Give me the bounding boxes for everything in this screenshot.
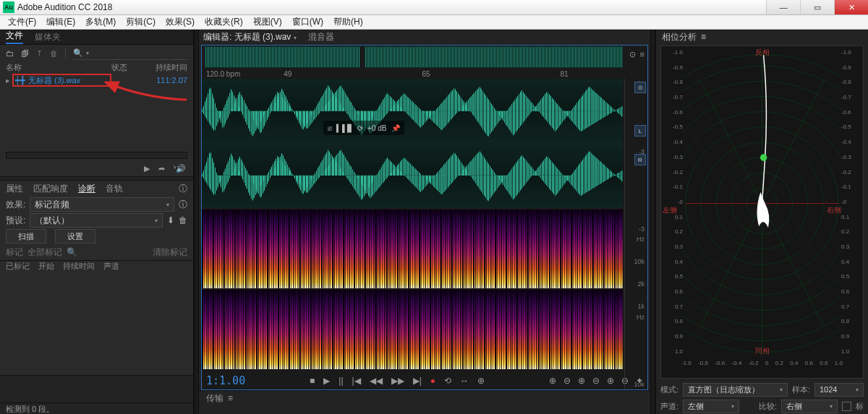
zoom-in-h-icon[interactable]: ⊕ xyxy=(549,376,556,386)
mixer-tab[interactable]: 混音器 xyxy=(308,31,334,43)
menu-multitrack[interactable]: 多轨(M) xyxy=(80,16,121,28)
save-preset-icon[interactable]: ⬇ xyxy=(167,215,174,225)
menu-favorites[interactable]: 收藏夹(R) xyxy=(200,16,248,28)
stop-button[interactable]: ■ xyxy=(310,376,315,386)
mark-button[interactable]: 标记 xyxy=(6,246,23,259)
files-scrollbar[interactable] xyxy=(6,152,187,159)
record-file-icon[interactable]: 🗐 xyxy=(21,49,29,58)
search-marks-icon[interactable]: 🔍 xyxy=(67,247,77,257)
waveform-area[interactable]: ⎚ ▍▌▊ ⟳ +0 dB 📌 xyxy=(202,79,623,372)
window-title: Adobe Audition CC 2018 xyxy=(17,2,112,12)
menu-help[interactable]: 帮助(H) xyxy=(328,16,368,28)
channel-select[interactable]: 左侧▾ xyxy=(683,400,739,413)
volume-hud[interactable]: ⎚ ▍▌▊ ⟳ +0 dB 📌 xyxy=(323,121,404,135)
close-button[interactable]: ✕ xyxy=(834,0,868,14)
col-channel[interactable]: 声道 xyxy=(103,261,119,274)
menu-view[interactable]: 视图(V) xyxy=(248,16,287,28)
col-start[interactable]: 开始 xyxy=(38,261,54,274)
left-channel-button[interactable]: L xyxy=(634,125,646,137)
tab-files[interactable]: 文件 xyxy=(6,30,23,44)
open-file-icon[interactable]: 🗀 xyxy=(6,49,14,58)
right-channel-button[interactable]: R xyxy=(634,154,646,165)
file-row[interactable]: ▸ ┿╋无标题 (3).wav 111:2.07 xyxy=(0,74,193,87)
loop-button[interactable]: ⟲ xyxy=(444,376,451,386)
timecode[interactable]: 1:1.00 xyxy=(206,374,245,387)
compare-select[interactable]: 右侧▾ xyxy=(781,400,838,413)
play-preview-icon[interactable]: ▶ xyxy=(144,164,150,173)
skip-forward-button[interactable]: ▶| xyxy=(413,376,422,386)
editor-viewport: ⊙≡ 120.0 bpm 49 65 81 ⎚ ▍▌▊ ⟳ +0 dB 📌 xyxy=(201,45,648,390)
editor-tab-label[interactable]: 编辑器: xyxy=(203,32,231,42)
skip-back-button[interactable]: |◀ xyxy=(352,376,361,386)
menu-edit[interactable]: 编辑(E) xyxy=(41,16,80,28)
diagnostics-tabs: 属性 匹配响度 诊断 音轨 ⓘ xyxy=(0,181,193,197)
menu-window[interactable]: 窗口(W) xyxy=(287,16,328,28)
menubar: 文件(F) 编辑(E) 多轨(M) 剪辑(C) 效果(S) 收藏夹(R) 视图(… xyxy=(0,15,868,30)
transport-panel-tab[interactable]: 传输≡ xyxy=(199,390,650,405)
zoom-in-v-icon[interactable]: ⊕ xyxy=(578,376,585,386)
zoom-out-h-icon[interactable]: ⊖ xyxy=(563,376,571,386)
zoom-tool-icon[interactable]: ⊙ xyxy=(629,50,636,59)
hud-mic-icon[interactable]: ⎚ xyxy=(328,124,332,132)
samples-select[interactable]: 1024▾ xyxy=(814,383,864,397)
record-button[interactable]: ● xyxy=(430,376,435,386)
tab-attributes[interactable]: 属性 xyxy=(6,183,23,195)
insert-icon[interactable]: ⤒ xyxy=(36,49,43,59)
tab-match-loudness[interactable]: 匹配响度 xyxy=(33,183,68,195)
zoom-in-sel-icon[interactable]: ⊕ xyxy=(607,376,614,386)
tab-diagnostics[interactable]: 诊断 xyxy=(78,183,95,195)
compare-label: 比较: xyxy=(759,401,777,412)
hud-pin-icon[interactable]: 📌 xyxy=(391,124,400,132)
splitter-left[interactable] xyxy=(194,30,199,414)
splitter-right[interactable] xyxy=(650,30,655,414)
mode-select[interactable]: 直方图（日志缩放）▾ xyxy=(683,383,788,397)
col-status[interactable]: 状态 xyxy=(111,62,148,74)
col-duration[interactable]: 持续时间 xyxy=(148,62,187,74)
marker-button[interactable]: ⊕ xyxy=(477,376,485,386)
phase-analysis-chart[interactable]: 反相 左侧 右侧 同相 -1.0-0.9-0.8-0.7-0.6-0.5- xyxy=(660,46,864,379)
transport-bar: 1:1.00 ■ ▶ || |◀ ◀◀ ▶▶ ▶| ● ⟲ ↔ ⊕ ⊕ ⊖ xyxy=(202,372,647,389)
play-button[interactable]: ▶ xyxy=(323,376,330,386)
tab-media-folder[interactable]: 媒体夹 xyxy=(35,31,61,43)
menu-file[interactable]: 文件(F) xyxy=(3,16,41,28)
forward-button[interactable]: ▶▶ xyxy=(391,376,404,386)
settings-button[interactable]: 设置 xyxy=(55,229,95,243)
clear-marks-button[interactable]: 清除标记 xyxy=(153,246,187,259)
minimize-button[interactable]: — xyxy=(766,0,800,14)
files-panel-tabs: 文件 媒体夹 xyxy=(0,30,193,44)
phase-analysis-tab[interactable]: 相位分析 xyxy=(662,31,697,43)
overview-menu-icon[interactable]: ≡ xyxy=(640,50,644,59)
hud-gain: +0 dB xyxy=(367,124,386,132)
skip-selection-button[interactable]: ↔ xyxy=(460,376,469,386)
menu-effects[interactable]: 效果(S) xyxy=(161,16,200,28)
editor-tab-file[interactable]: 无标题 (3).wav xyxy=(234,32,292,42)
time-ruler[interactable]: 120.0 bpm 49 65 81 xyxy=(202,69,647,79)
preset-select[interactable]: （默认）▾ xyxy=(30,213,163,228)
col-marked[interactable]: 已标记 xyxy=(6,261,30,274)
col-name[interactable]: 名称 xyxy=(6,62,111,74)
editor-tabs: 编辑器: 无标题 (3).wav ▾ 混音器 xyxy=(199,30,650,44)
bpm-label: 120.0 bpm xyxy=(206,70,240,78)
rewind-button[interactable]: ◀◀ xyxy=(370,376,383,386)
maximize-button[interactable]: ▭ xyxy=(800,0,834,14)
channel-label: 声道: xyxy=(660,401,678,412)
help-icon[interactable]: ⓘ xyxy=(179,183,187,195)
pause-button[interactable]: || xyxy=(339,376,343,386)
tab-audio[interactable]: 音轨 xyxy=(106,183,123,195)
compare-checkbox[interactable] xyxy=(842,402,851,411)
hud-level-icon: ▍▌▊ xyxy=(336,124,353,132)
autoplay-icon[interactable]: ᔉ🔊 xyxy=(174,164,186,173)
search-icon[interactable]: 🔍 xyxy=(73,48,83,58)
loop-preview-icon[interactable]: ➦ xyxy=(158,164,165,173)
zoom-out-v-icon[interactable]: ⊖ xyxy=(592,376,600,386)
delete-icon[interactable]: 🗑 xyxy=(50,49,58,58)
effect-select[interactable]: 标记音频▾ xyxy=(30,197,174,212)
menu-clip[interactable]: 剪辑(C) xyxy=(121,16,161,28)
col-duration2[interactable]: 持续时间 xyxy=(63,261,95,274)
overview-waveform[interactable]: ⊙≡ xyxy=(202,46,647,69)
effect-info-icon[interactable]: ⓘ xyxy=(179,199,187,211)
phase-icon[interactable]: ⊙ xyxy=(634,82,646,93)
delete-preset-icon[interactable]: 🗑 xyxy=(179,215,187,225)
mark-all-button[interactable]: 全部标记 xyxy=(27,246,62,259)
scan-button[interactable]: 扫描 xyxy=(6,229,46,243)
